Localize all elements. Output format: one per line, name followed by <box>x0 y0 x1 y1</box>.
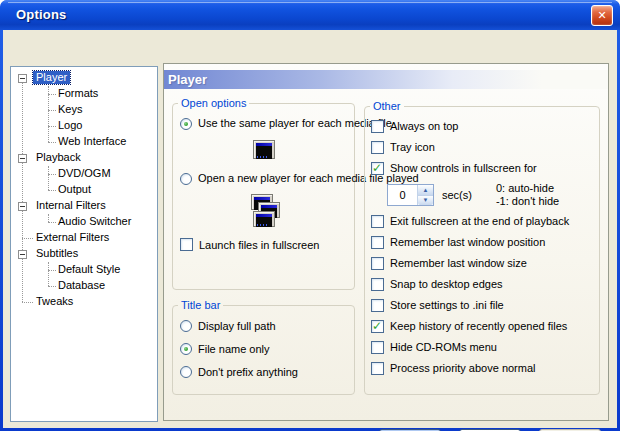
checkbox-icon[interactable] <box>371 236 384 249</box>
checkbox-show-controls-in-fullscreen[interactable]: Show controls in fullscreen for <box>371 161 599 175</box>
checkbox-hide-cdroms-menu[interactable]: Hide CD-ROMs menu <box>371 340 599 354</box>
checkbox-icon[interactable] <box>371 299 384 312</box>
window-title: Options <box>16 7 67 22</box>
checkbox-icon[interactable] <box>371 120 384 133</box>
radio-icon[interactable] <box>180 366 192 378</box>
tree-item-audio-switcher[interactable]: Audio Switcher <box>11 214 157 230</box>
checkbox-exit-fullscreen-end-playback[interactable]: Exit fullscreen at the end of playback <box>371 214 599 228</box>
checkbox-always-on-top[interactable]: Always on top <box>371 119 599 133</box>
close-icon: ✕ <box>597 9 606 22</box>
tree-item-subtitles[interactable]: Subtitles <box>11 246 157 262</box>
collapse-minus-icon[interactable] <box>18 74 27 83</box>
tree-item-default-style[interactable]: Default Style <box>11 262 157 278</box>
tree-item-keys[interactable]: Keys <box>11 102 157 118</box>
spinner-hints: 0: auto-hide -1: don't hide <box>496 182 559 208</box>
radio-icon[interactable] <box>180 320 192 332</box>
tree-item-logo[interactable]: Logo <box>11 118 157 134</box>
radio-icon[interactable] <box>180 173 192 185</box>
window-titlebar[interactable]: Options ✕ <box>0 0 620 30</box>
tree-item-output[interactable]: Output <box>11 182 157 198</box>
spinner-down-button[interactable]: ▼ <box>418 196 433 206</box>
checkbox-remember-last-window-size[interactable]: Remember last window size <box>371 256 599 270</box>
checkbox-icon[interactable] <box>371 278 384 291</box>
spinner-up-button[interactable]: ▲ <box>418 185 433 196</box>
checkbox-icon[interactable] <box>371 162 384 175</box>
radio-icon[interactable] <box>180 343 192 355</box>
checkbox-remember-last-window-position[interactable]: Remember last window position <box>371 235 599 249</box>
collapse-minus-icon[interactable] <box>18 154 27 163</box>
checkbox-snap-to-desktop-edges[interactable]: Snap to desktop edges <box>371 277 599 291</box>
settings-tree: Player Formats Keys Logo Web Interface <box>11 67 157 421</box>
checkbox-icon[interactable] <box>371 257 384 270</box>
page-title: Player <box>164 70 608 89</box>
other-group-title: Other <box>370 100 404 112</box>
radio-file-name-only[interactable]: File name only <box>180 343 354 355</box>
options-dialog: Options ✕ Player Formats <box>0 0 620 431</box>
radio-icon[interactable] <box>180 118 192 130</box>
other-group: Other Always on top Tray icon Show contr… <box>364 100 600 395</box>
multiple-player-windows-icon <box>248 194 280 228</box>
title-bar-group-title: Title bar <box>178 299 223 311</box>
tree-item-internal-filters[interactable]: Internal Filters <box>11 198 157 214</box>
fullscreen-seconds-spinner[interactable]: 0 ▲ ▼ <box>387 184 434 206</box>
title-bar-group: Title bar Display full path File name on… <box>172 299 355 395</box>
checkbox-store-settings-ini[interactable]: Store settings to .ini file <box>371 298 599 312</box>
checkbox-icon[interactable] <box>371 341 384 354</box>
open-options-group-title: Open options <box>178 97 249 109</box>
tree-item-player[interactable]: Player <box>11 70 157 86</box>
collapse-minus-icon[interactable] <box>18 202 27 211</box>
radio-display-full-path[interactable]: Display full path <box>180 320 354 332</box>
settings-tree-panel: Player Formats Keys Logo Web Interface <box>10 66 158 422</box>
collapse-minus-icon[interactable] <box>18 250 27 259</box>
checkbox-process-priority[interactable]: Process priority above normal <box>371 361 599 375</box>
checkbox-icon[interactable] <box>180 238 193 251</box>
spinner-value[interactable]: 0 <box>388 185 417 205</box>
checkbox-icon[interactable] <box>371 362 384 375</box>
radio-use-same-player[interactable]: Use the same player for each media file <box>180 117 354 130</box>
checkbox-icon[interactable] <box>371 320 384 333</box>
checkbox-tray-icon[interactable]: Tray icon <box>371 140 599 154</box>
tree-item-tweaks[interactable]: Tweaks <box>11 294 157 310</box>
spinner-unit-label: sec(s) <box>442 189 472 201</box>
tree-item-playback[interactable]: Playback <box>11 150 157 166</box>
checkbox-icon[interactable] <box>371 215 384 228</box>
single-player-window-icon <box>253 140 275 159</box>
dialog-body: Player Formats Keys Logo Web Interface <box>3 30 617 428</box>
radio-open-new-player[interactable]: Open a new player for each media file pl… <box>180 172 354 185</box>
checkbox-icon[interactable] <box>371 141 384 154</box>
tree-item-dvd-ogm[interactable]: DVD/OGM <box>11 166 157 182</box>
player-settings-page: Player Open options Use the same player … <box>163 63 609 421</box>
tree-item-web-interface[interactable]: Web Interface <box>11 134 157 150</box>
tree-item-database[interactable]: Database <box>11 278 157 294</box>
close-button[interactable]: ✕ <box>591 5 613 26</box>
open-options-group: Open options Use the same player for eac… <box>172 97 355 290</box>
checkbox-keep-history[interactable]: Keep history of recently opened files <box>371 319 599 333</box>
radio-dont-prefix-anything[interactable]: Don't prefix anything <box>180 366 354 378</box>
fullscreen-seconds-row: 0 ▲ ▼ sec(s) 0: auto-hide -1: don't hide <box>387 183 599 207</box>
tree-item-external-filters[interactable]: External Filters <box>11 230 157 246</box>
tree-item-formats[interactable]: Formats <box>11 86 157 102</box>
checkbox-launch-files-in-fullscreen[interactable]: Launch files in fullscreen <box>180 238 354 251</box>
